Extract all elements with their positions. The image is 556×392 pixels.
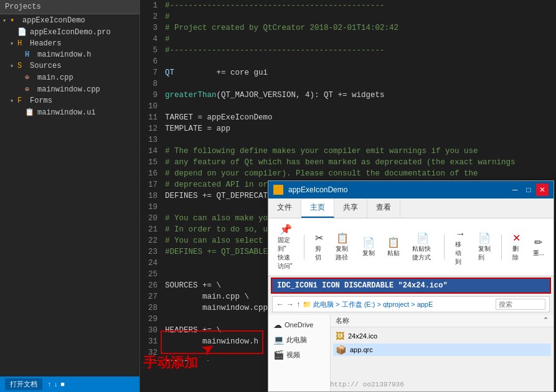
ribbon-tab-share[interactable]: 共享 <box>334 198 367 218</box>
sort-icon: ⌃ <box>543 316 549 325</box>
expand-arrow: ▾ <box>10 40 17 47</box>
project-tree-panel: Projects ▾ ▾ appExeIconDemo 📄 appExeIcon… <box>0 0 140 392</box>
open-doc-button[interactable]: 打开文档 <box>5 378 42 390</box>
back-btn[interactable]: ← <box>276 300 284 309</box>
separator3 <box>501 235 502 259</box>
file-list-main: 名称 ⌃ 🖼 24x24.ico 📦 app.qrc <box>331 315 554 392</box>
folder-icon: H <box>17 39 27 48</box>
address-bar[interactable]: ← → ↑ 📁 此电脑 > 工作盘 (E:) > qtproject > app… <box>272 296 550 312</box>
tree-item-sources[interactable]: ▾ S Sources <box>0 60 139 72</box>
this-pc-label: 此电脑 <box>286 335 307 345</box>
file-list-header: 名称 ⌃ <box>331 315 554 327</box>
file-item-qrc[interactable]: 📦 app.qrc <box>333 343 551 356</box>
line-numbers: 1 2 3 4 5 6 7 8 9 10 11 12 13 14 15 16 1… <box>140 0 163 361</box>
paste-btn[interactable]: 📋 粘贴 <box>383 234 404 260</box>
column-name: 名称 <box>336 316 349 325</box>
nav-down-btn[interactable]: ↓ <box>54 381 59 388</box>
tree-header: Projects <box>0 0 139 14</box>
scissors-icon: ✂ <box>315 232 323 244</box>
video-item[interactable]: 🎬 视频 <box>268 347 330 362</box>
tree-item-headers[interactable]: ▾ H Headers <box>0 38 139 49</box>
folder-icon: ▾ <box>10 16 20 25</box>
h-file-label: mainwindow.h <box>37 50 91 59</box>
tree-item-root[interactable]: ▾ ▾ appExeIconDemo <box>0 14 139 26</box>
qrc-file-icon: 📦 <box>336 345 346 355</box>
tree-label: appExeIconDemo <box>22 16 85 25</box>
paste-icon: 📋 <box>387 236 400 248</box>
rename-icon: ✏ <box>534 236 542 248</box>
separator1 <box>304 235 304 259</box>
ribbon-tab-view[interactable]: 查看 <box>367 198 400 218</box>
explorer-title-text: appExeIconDemo <box>288 185 507 194</box>
copy-icon: 📄 <box>362 236 375 248</box>
file-items: 🖼 24x24.ico 📦 app.qrc <box>331 327 554 392</box>
copy-btn[interactable]: 📄 复制 <box>358 234 379 260</box>
icon-line-text: IDC_ICON1 ICON DISCARDABLE "24x24.ico" <box>277 281 448 290</box>
file-list-sidebar: ☁ OneDrive 💻 此电脑 🎬 视频 <box>268 315 331 392</box>
tree-item-mainwindow-h[interactable]: H mainwindow.h <box>0 49 139 60</box>
tree-item-forms[interactable]: ▾ F Forms <box>0 95 139 106</box>
folder-title-icon <box>273 185 283 195</box>
pin-quickaccess-btn[interactable]: 📌 固定到" 快速访问" <box>273 221 298 273</box>
cut-btn[interactable]: ✂ 剪切 <box>311 230 327 264</box>
copy-to-icon: 📄 <box>478 232 491 244</box>
explorer-window: appExeIconDemo ─ □ ✕ 文件 主页 共享 查看 📌 固定到" … <box>268 180 554 392</box>
tree-item-mainwindow-ui[interactable]: 📋 mainwindow.ui <box>0 106 139 118</box>
delete-icon: ✕ <box>512 232 521 244</box>
expand-arrow: ▾ <box>2 17 10 24</box>
forms-label: Forms <box>30 96 52 105</box>
bottom-bar: 打开文档 ↑ ↓ ■ <box>0 376 140 392</box>
explorer-titlebar: appExeIconDemo ─ □ ✕ <box>268 181 554 198</box>
ico-file-label: 24x24.ico <box>348 332 377 340</box>
delete-btn[interactable]: ✕ 删除 <box>508 230 525 264</box>
cpp-file-label: main.cpp <box>37 73 73 82</box>
ico-file-icon: 🖼 <box>336 331 344 341</box>
cpp-file-icon2: ⊕ <box>25 85 35 94</box>
file-item-ico[interactable]: 🖼 24x24.ico <box>333 330 551 342</box>
search-input[interactable] <box>496 299 545 310</box>
copy-path-icon: 📋 <box>336 232 349 244</box>
ribbon-tab-home[interactable]: 主页 <box>301 198 334 218</box>
h-file-icon: H <box>25 50 35 59</box>
cloud-icon: ☁ <box>273 320 282 330</box>
maximize-btn[interactable]: □ <box>522 184 535 196</box>
paste-shortcut-btn[interactable]: 📄 粘贴快捷方式 <box>408 230 438 264</box>
file-list-area: ☁ OneDrive 💻 此电脑 🎬 视频 名称 ⌃ 🖼 24x24.ico <box>268 315 554 392</box>
move-icon: → <box>455 228 465 240</box>
this-pc-item[interactable]: 💻 此电脑 <box>268 332 330 347</box>
qrc-file-label: app.qrc <box>350 346 373 353</box>
tree-item-pro[interactable]: 📄 appExeIconDemo.pro <box>0 26 139 38</box>
nav-up-btn[interactable]: ↑ <box>47 381 52 388</box>
pin-icon: 📌 <box>280 223 292 235</box>
forward-btn[interactable]: → <box>286 300 294 309</box>
stop-btn[interactable]: ■ <box>60 381 65 388</box>
separator2 <box>444 235 445 259</box>
rename-btn[interactable]: ✏ 重... <box>529 234 549 260</box>
address-text: 此电脑 > 工作盘 (E:) > qtproject > appE <box>313 301 433 308</box>
sources-label: Sources <box>30 62 61 70</box>
minimize-btn[interactable]: ─ <box>509 184 521 196</box>
ui-file-icon: 📋 <box>25 108 35 117</box>
pro-file-icon: 📄 <box>17 27 27 37</box>
onedrive-item[interactable]: ☁ OneDrive <box>268 317 330 332</box>
paste-shortcut-icon: 📄 <box>417 232 429 244</box>
video-label: 视频 <box>286 350 300 360</box>
ribbon-tab-file[interactable]: 文件 <box>268 198 301 218</box>
tree-item-mainwindow-cpp[interactable]: ⊕ mainwindow.cpp <box>0 83 139 95</box>
icon-highlight-bar: IDC_ICON1 ICON DISCARDABLE "24x24.ico" <box>271 278 551 294</box>
cpp-file-icon: ⊕ <box>25 73 35 82</box>
expand-arrow: ▾ <box>10 97 17 105</box>
tree-item-main-cpp[interactable]: ⊕ main.cpp <box>0 72 139 83</box>
explorer-ribbon-tabs: 文件 主页 共享 查看 <box>268 198 554 218</box>
up-btn[interactable]: ↑ <box>296 300 300 309</box>
address-path[interactable]: 📁 此电脑 > 工作盘 (E:) > qtproject > appE <box>303 300 493 309</box>
onedrive-label: OneDrive <box>285 321 313 329</box>
move-to-btn[interactable]: → 移动到 <box>451 226 470 269</box>
copy-to-btn[interactable]: 📄 复制到 <box>474 230 495 264</box>
close-btn[interactable]: ✕ <box>536 184 549 196</box>
explorer-ribbon-toolbar: 📌 固定到" 快速访问" ✂ 剪切 📋 复制路径 📄 复制 📋 粘贴 📄 粘贴快… <box>268 218 554 276</box>
folder-icon: S <box>17 62 27 70</box>
ui-file-label: mainwindow.ui <box>37 108 96 117</box>
video-icon: 🎬 <box>273 350 284 360</box>
copy-path-btn[interactable]: 📋 复制路径 <box>331 230 354 264</box>
